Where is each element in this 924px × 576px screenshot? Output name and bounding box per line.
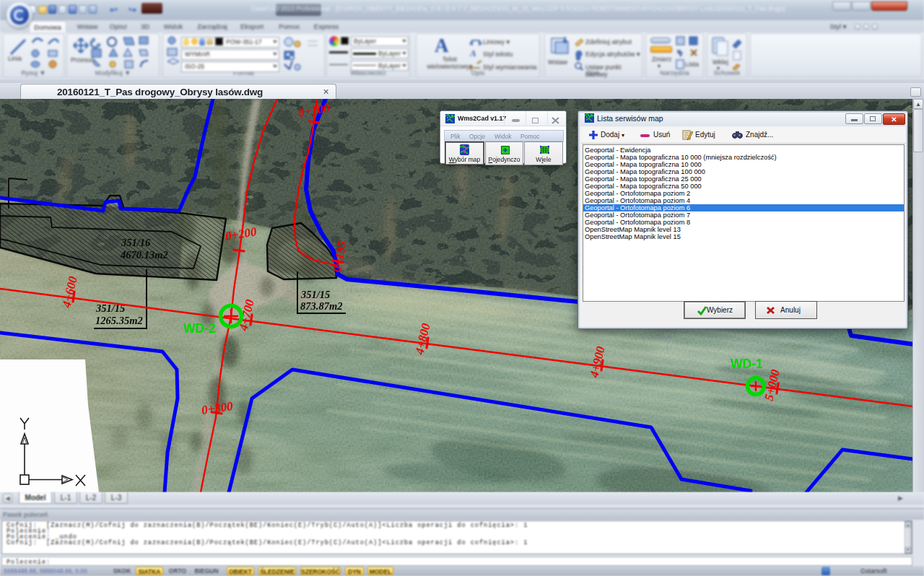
svg-text:351/15: 351/15 xyxy=(300,289,330,300)
svg-text:1265.35m2: 1265.35m2 xyxy=(95,315,143,326)
svg-text:A: A xyxy=(469,48,476,58)
svg-text:351/16: 351/16 xyxy=(121,237,151,248)
svg-text:?: ? xyxy=(462,145,467,155)
svg-text:WD-2: WD-2 xyxy=(183,321,216,336)
svg-text:WD-1: WD-1 xyxy=(731,357,763,371)
svg-text:873.87m2: 873.87m2 xyxy=(300,300,342,312)
svg-text:4670.13m2: 4670.13m2 xyxy=(120,249,168,261)
